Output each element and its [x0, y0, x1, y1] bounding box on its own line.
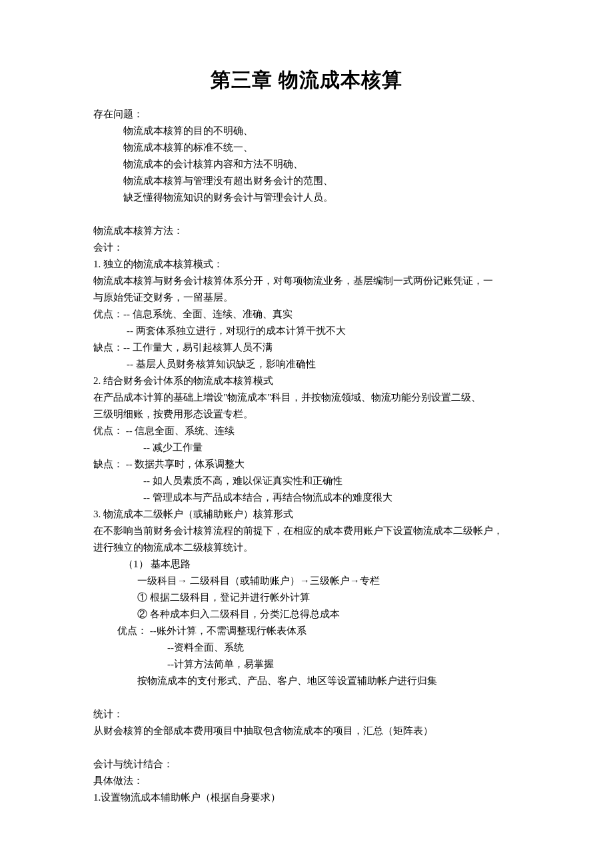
method-1-advantage: -- 两套体系独立进行，对现行的成本计算干扰不大 — [93, 323, 520, 339]
method-1-disadvantage: 缺点：-- 工作量大，易引起核算人员不满 — [93, 339, 520, 356]
combo-item: 1.设置物流成本辅助帐户（根据自身要求） — [93, 789, 520, 806]
method-3-step: 一级科目→ 二级科目（或辅助账户）→三级帐户→专栏 — [93, 573, 520, 589]
method-3-note: 按物流成本的支付形式、产品、客户、地区等设置辅助帐户进行归集 — [93, 673, 520, 689]
problem-item: 物流成本核算与管理没有超出财务会计的范围、 — [93, 173, 520, 189]
method-2-advantage: 优点： -- 信息全面、系统、连续 — [93, 423, 520, 439]
method-2-disadvantage: 缺点： -- 数据共享时，体系调整大 — [93, 456, 520, 473]
combo-sub: 具体做法： — [93, 773, 520, 789]
method-1-desc: 与原始凭证交财务，一留基层。 — [93, 289, 520, 306]
method-3-step: （1） 基本思路 — [93, 556, 520, 573]
chapter-title: 第三章 物流成本核算 — [93, 67, 520, 94]
method-3-desc: 进行独立的物流成本二级核算统计。 — [93, 539, 520, 556]
methods-heading: 物流成本核算方法： — [93, 223, 520, 239]
method-1-disadvantage: -- 基层人员财务核算知识缺乏，影响准确性 — [93, 356, 520, 373]
combo-heading: 会计与统计结合： — [93, 756, 520, 773]
method-3-advantage: 优点： --账外计算，不需调整现行帐表体系 — [93, 623, 520, 639]
method-3-step: ② 各种成本归入二级科目，分类汇总得总成本 — [93, 606, 520, 623]
accounting-heading: 会计： — [93, 239, 520, 256]
method-3-step: ① 根据二级科目，登记并进行帐外计算 — [93, 589, 520, 606]
problems-heading: 存在问题： — [93, 106, 520, 123]
method-1-advantage: 优点：-- 信息系统、全面、连续、准确、真实 — [93, 306, 520, 323]
method-3-title: 3. 物流成本二级帐户（或辅助账户）核算形式 — [93, 506, 520, 523]
method-2-desc: 在产品成本计算的基础上增设"物流成本"科目，并按物流领域、物流功能分别设置二级、 — [93, 389, 520, 406]
problem-item: 物流成本核算的目的不明确、 — [93, 123, 520, 139]
method-2-advantage: -- 减少工作量 — [93, 439, 520, 456]
method-2-disadvantage: -- 管理成本与产品成本结合，再结合物流成本的难度很大 — [93, 489, 520, 506]
method-2-disadvantage: -- 如人员素质不高，难以保证真实性和正确性 — [93, 473, 520, 489]
method-2-title: 2. 结合财务会计体系的物流成本核算模式 — [93, 373, 520, 389]
statistics-heading: 统计： — [93, 706, 520, 723]
problem-item: 缺乏懂得物流知识的财务会计与管理会计人员。 — [93, 189, 520, 206]
method-3-advantage: --计算方法简单，易掌握 — [93, 656, 520, 673]
method-1-desc: 物流成本核算与财务会计核算体系分开，对每项物流业务，基层编制一式两份记账凭证，一 — [93, 273, 520, 289]
problem-item: 物流成本核算的标准不统一、 — [93, 139, 520, 156]
statistics-desc: 从财会核算的全部成本费用项目中抽取包含物流成本的项目，汇总（矩阵表） — [93, 723, 520, 739]
method-2-desc: 三级明细账，按费用形态设置专栏。 — [93, 406, 520, 423]
problem-item: 物流成本的会计核算内容和方法不明确、 — [93, 156, 520, 173]
method-3-desc: 在不影响当前财务会计核算流程的前提下，在相应的成本费用账户下设置物流成本二级帐户… — [93, 523, 520, 539]
method-1-title: 1. 独立的物流成本核算模式： — [93, 256, 520, 273]
method-3-advantage: --资料全面、系统 — [93, 639, 520, 656]
